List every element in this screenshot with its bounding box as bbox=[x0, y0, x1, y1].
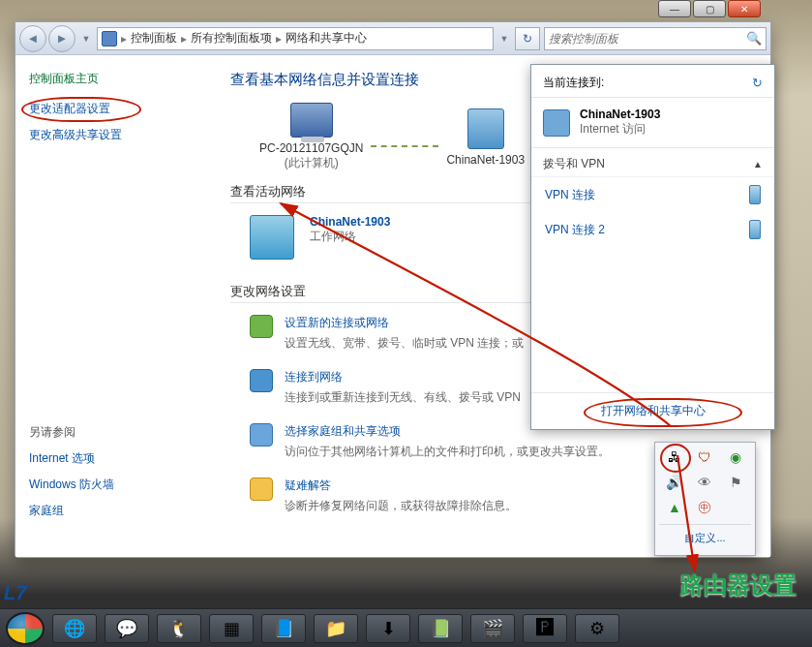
nav-history-dropdown[interactable]: ▼ bbox=[79, 28, 93, 49]
active-network-name: ChinaNet-1903 bbox=[310, 215, 390, 229]
sidebar-see-also: 另请参阅 Internet 选项 Windows 防火墙 家庭组 bbox=[29, 424, 195, 519]
taskbar-item-6[interactable]: 📁 bbox=[314, 614, 358, 643]
internet-options-link[interactable]: Internet 选项 bbox=[29, 450, 195, 467]
homegroup-icon bbox=[250, 423, 273, 447]
taskbar-item-3[interactable]: 🐧 bbox=[157, 614, 201, 643]
breadcrumb[interactable]: ▸ 控制面板 ▸ 所有控制面板项 ▸ 网络和共享中心 bbox=[97, 27, 494, 50]
tray-empty-slot bbox=[727, 499, 744, 516]
server-icon bbox=[749, 185, 761, 204]
windows-firewall-link[interactable]: Windows 防火墙 bbox=[29, 477, 195, 493]
maximize-button[interactable]: ▢ bbox=[693, 0, 726, 17]
connect-network-icon bbox=[250, 369, 273, 392]
sidebar: 控制面板主页 更改适配器设置 更改高级共享设置 另请参阅 Internet 选项… bbox=[15, 55, 209, 557]
taskbar-item-5[interactable]: 📘 bbox=[261, 614, 306, 643]
change-advanced-sharing-link[interactable]: 更改高级共享设置 bbox=[29, 127, 195, 143]
breadcrumb-dropdown[interactable]: ▼ bbox=[497, 28, 511, 49]
computer-icon bbox=[290, 103, 333, 138]
watermark-left: L7 bbox=[4, 582, 26, 604]
nav-buttons: ◄ ► bbox=[19, 25, 75, 52]
taskbar-item-7[interactable]: ⬇ bbox=[366, 614, 410, 643]
tray-green-icon[interactable] bbox=[666, 499, 683, 516]
start-button[interactable] bbox=[6, 612, 45, 645]
watermark-right: 路由器设置 bbox=[680, 570, 797, 601]
close-button[interactable]: ✕ bbox=[728, 0, 761, 17]
tray-ime-icon[interactable] bbox=[696, 499, 713, 516]
network-profile-icon bbox=[250, 215, 294, 260]
node-gateway[interactable]: ChinaNet-1903 bbox=[446, 108, 525, 167]
search-box[interactable]: 🔍 bbox=[544, 27, 767, 50]
address-bar: ◄ ► ▼ ▸ 控制面板 ▸ 所有控制面板项 ▸ 网络和共享中心 ▼ ↻ 🔍 bbox=[15, 22, 770, 55]
tray-action-center-icon[interactable] bbox=[727, 474, 744, 491]
taskbar-item-11[interactable]: ⚙ bbox=[575, 614, 619, 643]
router-icon bbox=[467, 108, 504, 149]
refresh-button[interactable]: ↻ bbox=[515, 27, 540, 50]
vpn-connection-1[interactable]: VPN 连接 bbox=[531, 177, 774, 212]
connection-icon bbox=[543, 109, 570, 137]
flyout-header: 当前连接到: ↻ bbox=[531, 65, 774, 98]
breadcrumb-seg-1[interactable]: 控制面板 bbox=[131, 30, 177, 46]
forward-button[interactable]: ► bbox=[48, 25, 75, 52]
tray-customize-link[interactable]: 自定义... bbox=[659, 524, 751, 545]
active-network-type[interactable]: 工作网络 bbox=[310, 229, 390, 245]
vpn-connection-2[interactable]: VPN 连接 2 bbox=[531, 212, 774, 247]
node-this-pc[interactable]: PC-20121107GQJN (此计算机) bbox=[259, 103, 363, 171]
tray-update-icon[interactable] bbox=[696, 448, 713, 466]
taskbar[interactable]: 🌐 💬 🐧 ▦ 📘 📁 ⬇ 📗 🎬 🅿 ⚙ bbox=[0, 608, 812, 647]
flyout-current-connection[interactable]: ChinaNet-1903 Internet 访问 bbox=[531, 98, 774, 148]
connection-status: Internet 访问 bbox=[580, 121, 660, 138]
see-also-header: 另请参阅 bbox=[29, 424, 195, 441]
search-input[interactable] bbox=[549, 32, 742, 46]
tray-antivirus-icon[interactable] bbox=[727, 448, 744, 466]
tray-network-icon[interactable] bbox=[666, 448, 683, 466]
link-line-1 bbox=[371, 145, 438, 147]
minimize-button[interactable]: — bbox=[658, 0, 691, 17]
pc-name: PC-20121107GQJN bbox=[259, 141, 363, 155]
network-flyout: 当前连接到: ↻ ChinaNet-1903 Internet 访问 拨号和 V… bbox=[530, 64, 775, 430]
open-network-center-link[interactable]: 打开网络和共享中心 bbox=[531, 392, 774, 429]
tray-eye-icon[interactable] bbox=[696, 474, 713, 491]
control-panel-home-link[interactable]: 控制面板主页 bbox=[29, 71, 195, 87]
taskbar-item-10[interactable]: 🅿 bbox=[523, 614, 567, 643]
tray-overflow-popup: 自定义... bbox=[654, 442, 756, 556]
new-connection-icon bbox=[250, 315, 273, 338]
taskbar-item-9[interactable]: 🎬 bbox=[470, 614, 515, 643]
back-button[interactable]: ◄ bbox=[19, 25, 46, 52]
taskbar-item-1[interactable]: 🌐 bbox=[52, 614, 97, 643]
flyout-section-dialup-vpn[interactable]: 拨号和 VPN ▲ bbox=[531, 148, 774, 177]
flyout-refresh-icon[interactable]: ↻ bbox=[752, 76, 763, 90]
change-adapter-settings-link[interactable]: 更改适配器设置 bbox=[29, 101, 195, 117]
control-panel-icon bbox=[102, 31, 117, 46]
taskbar-item-4[interactable]: ▦ bbox=[209, 614, 254, 643]
breadcrumb-seg-3[interactable]: 网络和共享中心 bbox=[286, 30, 367, 46]
window-caption-buttons: — ▢ ✕ bbox=[658, 0, 769, 19]
pc-sub: (此计算机) bbox=[259, 155, 363, 171]
homegroup-link[interactable]: 家庭组 bbox=[29, 503, 195, 519]
connection-name: ChinaNet-1903 bbox=[580, 108, 660, 121]
gateway-name: ChinaNet-1903 bbox=[446, 153, 525, 167]
server-icon bbox=[749, 220, 761, 239]
search-icon[interactable]: 🔍 bbox=[746, 31, 762, 46]
chevron-up-icon: ▲ bbox=[753, 159, 763, 169]
breadcrumb-sep: ▸ bbox=[121, 32, 127, 46]
tray-volume-icon[interactable] bbox=[666, 474, 683, 491]
taskbar-item-8[interactable]: 📗 bbox=[418, 614, 463, 643]
breadcrumb-seg-2[interactable]: 所有控制面板项 bbox=[191, 30, 272, 46]
troubleshoot-icon bbox=[250, 478, 273, 501]
flyout-header-text: 当前连接到: bbox=[543, 75, 604, 91]
taskbar-item-2[interactable]: 💬 bbox=[105, 614, 149, 643]
